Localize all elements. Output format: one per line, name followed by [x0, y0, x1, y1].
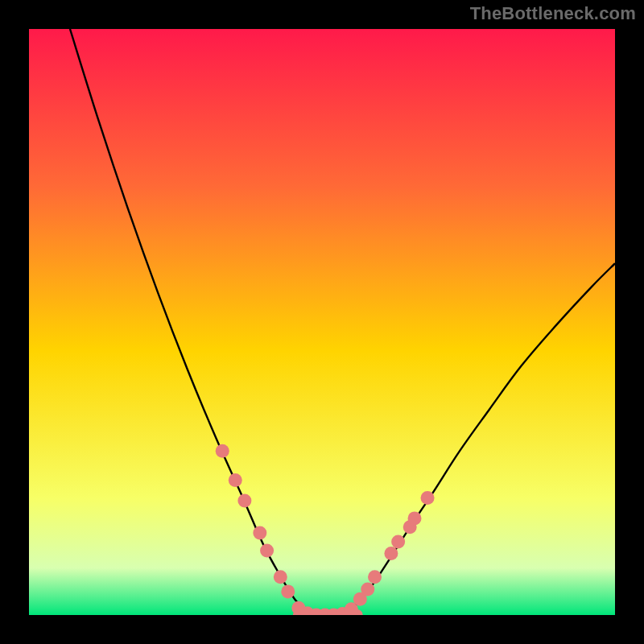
data-marker — [408, 511, 422, 525]
plot-area — [29, 29, 615, 615]
gradient-background — [29, 29, 615, 615]
data-marker — [229, 473, 242, 487]
data-marker — [361, 582, 374, 596]
data-marker — [391, 535, 405, 549]
watermark-label: TheBottleneck.com — [470, 3, 636, 24]
chart-svg — [29, 29, 615, 615]
data-marker — [253, 526, 266, 540]
data-marker — [281, 584, 295, 598]
data-marker — [260, 543, 274, 557]
data-marker — [384, 547, 398, 560]
data-marker — [216, 444, 229, 458]
data-marker — [274, 570, 287, 584]
data-marker — [237, 494, 251, 508]
data-marker — [368, 570, 382, 584]
data-marker — [421, 491, 435, 505]
chart-frame: TheBottleneck.com — [0, 0, 644, 644]
